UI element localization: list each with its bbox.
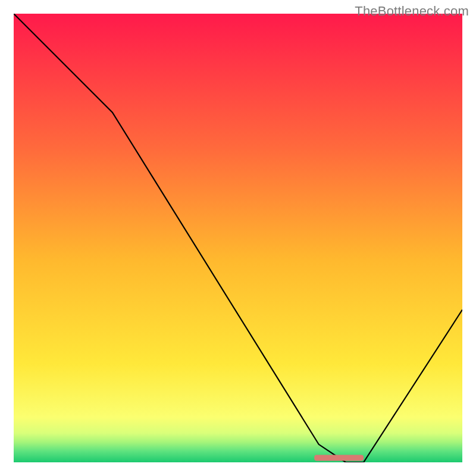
- chart-svg: [14, 14, 462, 462]
- chart-plot-area: [14, 14, 462, 462]
- chart-marker-band: [314, 455, 364, 461]
- watermark-text: TheBottleneck.com: [355, 4, 469, 19]
